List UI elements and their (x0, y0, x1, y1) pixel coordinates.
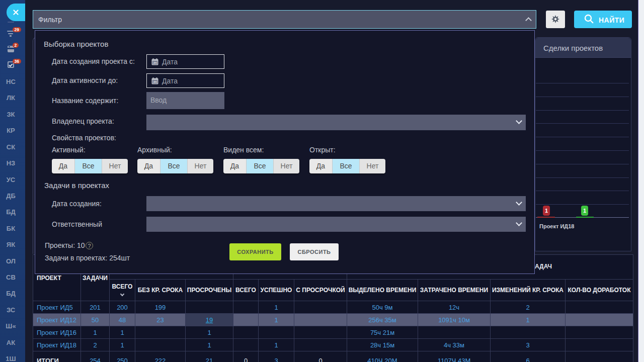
svg-text:24: 24 (153, 61, 157, 64)
svg-text:24: 24 (153, 80, 157, 83)
